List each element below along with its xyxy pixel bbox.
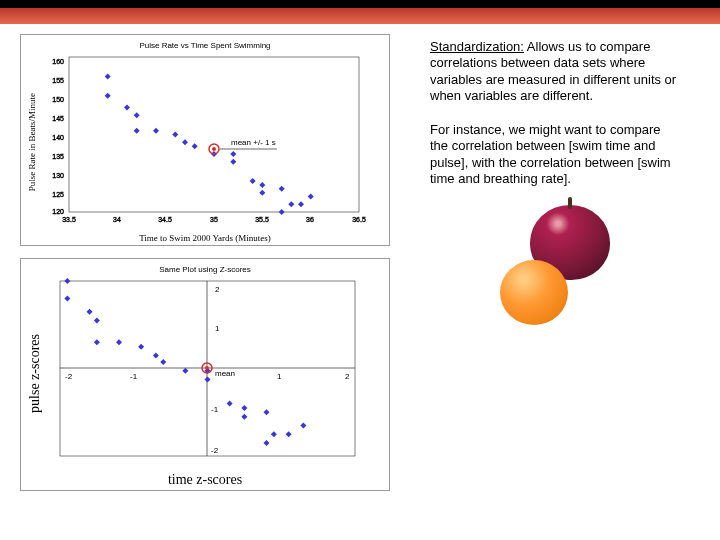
svg-text:mean: mean [215,369,235,378]
chart-1-scatter: Pulse Rate vs Time Spent Swimming Pulse … [20,34,390,246]
chart-2-plot: 21 -1-2 -2-1 12 mean [45,276,365,471]
svg-text:36.5: 36.5 [352,216,366,223]
svg-text:1: 1 [277,372,282,381]
charts-column: Pulse Rate vs Time Spent Swimming Pulse … [20,34,390,503]
chart-1-xlabel: Time to Swim 2000 Yards (Minutes) [27,233,383,243]
svg-text:34: 34 [113,216,121,223]
svg-text:135: 135 [52,153,64,160]
svg-point-33 [205,366,209,370]
chart-1-plot: 160155 150145 140135 130125 120 33.534 3… [39,52,369,232]
chart-1-title: Pulse Rate vs Time Spent Swimming [27,41,383,50]
svg-text:1: 1 [215,324,220,333]
svg-rect-0 [69,57,359,212]
chart-2-title: Same Plot using Z-scores [27,265,383,274]
heading-standardization: Standardization: [430,39,524,54]
svg-text:-2: -2 [65,372,73,381]
fruit-illustration [480,205,660,325]
svg-text:140: 140 [52,134,64,141]
svg-text:35: 35 [210,216,218,223]
svg-text:120: 120 [52,208,64,215]
svg-text:145: 145 [52,115,64,122]
chart-2-scatter: Same Plot using Z-scores pulse z-scores … [20,258,390,491]
svg-text:35.5: 35.5 [255,216,269,223]
content-area: Pulse Rate vs Time Spent Swimming Pulse … [0,24,720,503]
text-column: Standardization: Allows us to compare co… [430,34,680,503]
svg-point-18 [212,147,216,151]
chart-1-ylabel: Pulse Rate in Beats/Minute [27,93,37,191]
svg-text:2: 2 [345,372,350,381]
svg-text:155: 155 [52,77,64,84]
svg-text:-1: -1 [130,372,138,381]
svg-text:125: 125 [52,191,64,198]
svg-text:34.5: 34.5 [158,216,172,223]
chart-2-xlabel: time z-scores [27,472,383,488]
svg-text:-2: -2 [211,446,219,455]
svg-text:-1: -1 [211,405,219,414]
svg-text:2: 2 [215,285,220,294]
orange-icon [500,260,568,325]
chart-2-ylabel: pulse z-scores [27,334,43,413]
svg-text:33.5: 33.5 [62,216,76,223]
top-red-bar [0,8,720,24]
svg-text:130: 130 [52,172,64,179]
paragraph-2: For instance, we might want to compare t… [430,122,680,187]
svg-text:36: 36 [306,216,314,223]
paragraph-1: Standardization: Allows us to compare co… [430,39,680,104]
svg-text:150: 150 [52,96,64,103]
svg-text:mean +/- 1 s: mean +/- 1 s [231,138,276,147]
svg-text:160: 160 [52,58,64,65]
top-black-bar [0,0,720,8]
